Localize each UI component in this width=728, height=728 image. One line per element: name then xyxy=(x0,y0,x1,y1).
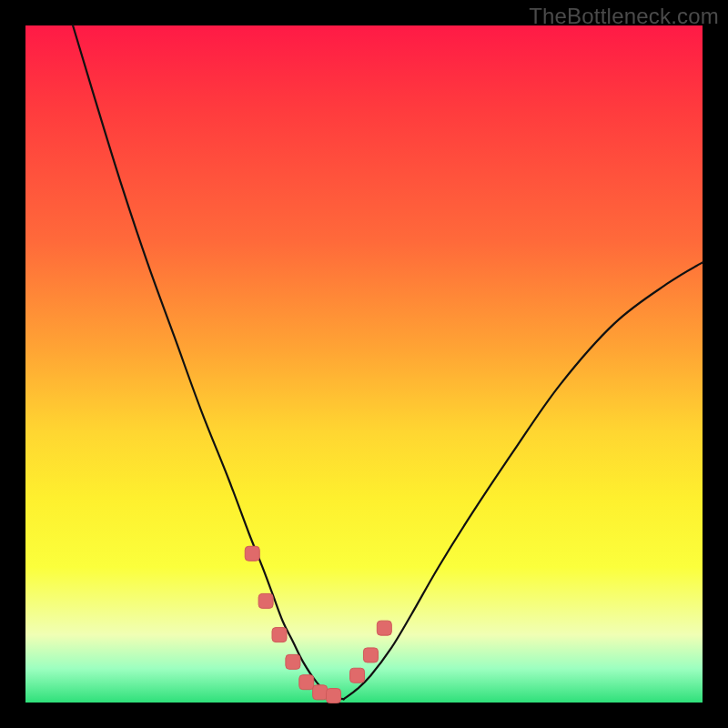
right-curve xyxy=(344,262,703,699)
marker-dot xyxy=(313,685,328,700)
marker-dot xyxy=(363,648,378,662)
marker-dot xyxy=(272,628,287,642)
marker-dots xyxy=(245,546,391,703)
marker-dot xyxy=(350,668,365,682)
marker-dot xyxy=(327,689,341,703)
marker-dot xyxy=(258,593,273,608)
marker-dot xyxy=(377,621,391,635)
marker-dot xyxy=(299,675,314,690)
chart-frame: TheBottleneck.com xyxy=(0,0,728,728)
curves-svg xyxy=(25,25,703,703)
marker-dot xyxy=(245,546,259,561)
marker-dot xyxy=(286,654,300,669)
plot-area xyxy=(25,25,703,703)
left-curve xyxy=(73,25,344,699)
